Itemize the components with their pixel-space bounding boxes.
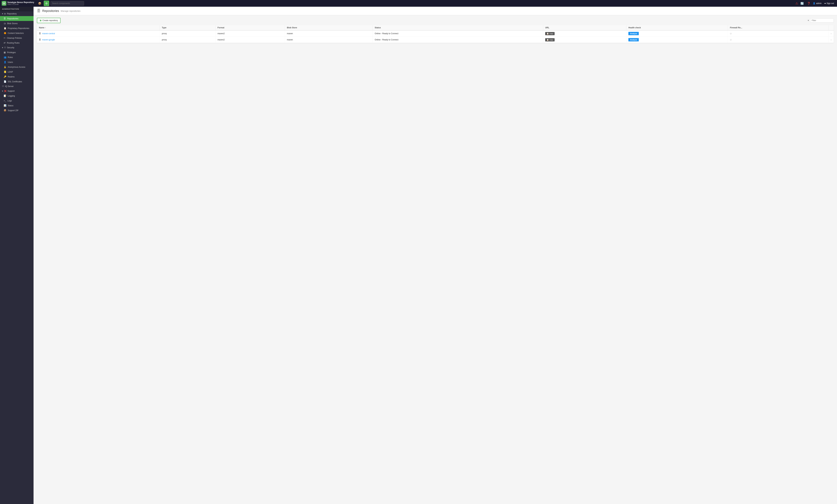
col-url[interactable]: URL [543, 25, 626, 30]
cell-format-1: maven2 [215, 30, 285, 37]
users-icon: 👤 [4, 61, 6, 64]
cell-format-2: maven2 [215, 37, 285, 43]
browse-button[interactable]: 📦 [37, 1, 42, 6]
sidebar-item-realms-label: Realms [8, 76, 15, 78]
repo-name-1[interactable]: maven-central [42, 32, 55, 35]
create-button-label: Create repository [42, 19, 58, 22]
sidebar-item-roles[interactable]: 👥 Roles [0, 55, 34, 60]
sidebar-item-support-zip-label: Support ZIP [8, 109, 18, 112]
sidebar-item-cleanup-policies[interactable]: ✂ Cleanup Policies [0, 36, 34, 40]
page-header-icon: 🗄 [37, 9, 40, 13]
sidebar-item-anonymous-label: Anonymous Access [8, 66, 25, 68]
create-repository-button[interactable]: ⊕ Create repository [37, 18, 60, 23]
sidebar-item-status[interactable]: 📊 Status [0, 103, 34, 108]
sidebar-item-privileges[interactable]: ▦ Privileges [0, 50, 34, 55]
sidebar-item-support-zip[interactable]: 📦 Support ZIP [0, 108, 34, 113]
copy-url-button-2[interactable]: 📋 copy [545, 38, 555, 41]
brand-version: OSS 3.72.0-04 [7, 3, 34, 5]
copy-url-button-1[interactable]: 📋 copy [545, 32, 555, 35]
cell-firewall-2: ⊘ [728, 37, 829, 43]
sidebar-item-repositories[interactable]: 🗄 Repositories [0, 16, 34, 21]
table-header: Name ↑ Type Format Blob Store Status [37, 25, 834, 30]
row-expand-icon-1[interactable]: › [831, 32, 832, 35]
sidebar-item-privileges-label: Privileges [7, 51, 16, 54]
firewall-disabled-icon-1: ⊘ [730, 32, 732, 35]
toolbar: ⊕ Create repository ▼ [37, 18, 834, 23]
proprietary-icon: 📋 [4, 27, 6, 30]
cell-health-1: Analyze [626, 30, 728, 37]
sidebar-item-logs[interactable]: >_ Logs [0, 98, 34, 103]
privileges-icon: ▦ [4, 51, 6, 54]
brand-logo [2, 1, 6, 6]
cell-name-1: 🗄 maven-central [37, 30, 160, 37]
routing-icon: ⇄ [4, 41, 5, 44]
refresh-button[interactable]: 🔄 [799, 1, 805, 6]
cleanup-icon: ✂ [4, 37, 5, 39]
sidebar-item-proprietary-label: Proprietary Repositories [8, 27, 29, 30]
sidebar-item-users[interactable]: 👤 Users [0, 60, 34, 65]
sidebar-item-routing-rules[interactable]: ⇄ Routing Rules [0, 40, 34, 45]
filter-input[interactable] [810, 18, 834, 22]
signout-button[interactable]: ➡ Sign out [823, 1, 835, 6]
sidebar-item-status-label: Status [8, 105, 13, 107]
sidebar-item-logs-label: Logs [7, 100, 12, 102]
support-zip-icon: 📦 [4, 109, 6, 112]
cell-url-2: 📋 copy [543, 37, 626, 43]
navbar: Sonatype Nexus Repository OSS 3.72.0-04 … [0, 0, 837, 7]
status-icon: 📊 [4, 104, 6, 107]
cell-name-2: 🗄 maven-google [37, 37, 160, 43]
chevron-security-icon: ▾ [2, 47, 3, 49]
sidebar-item-content-selectors[interactable]: 🔶 Content Selectors [0, 31, 34, 36]
sidebar-item-ssl-certificates[interactable]: 📄 SSL Certificates [0, 79, 34, 84]
roles-icon: 👥 [4, 56, 6, 58]
sidebar-item-content-selectors-label: Content Selectors [8, 32, 24, 34]
sidebar: Administration ▾ 🗁 Repository 🗄 Reposito… [0, 7, 34, 504]
sidebar-item-ldap[interactable]: 📒 LDAP [0, 69, 34, 74]
signout-icon: ➡ [824, 2, 826, 4]
col-type[interactable]: Type [160, 25, 215, 30]
sidebar-item-logging[interactable]: 📝 Logging [0, 93, 34, 98]
sidebar-section-repository[interactable]: ▾ 🗁 Repository [0, 12, 34, 16]
sidebar-section-iq-server[interactable]: 🛡 IQ Server [0, 84, 34, 89]
chevron-down-icon: ▾ [2, 13, 3, 15]
sidebar-item-logging-label: Logging [8, 95, 15, 97]
security-shield-icon: 🛡 [4, 47, 6, 49]
sidebar-item-repositories-label: Repositories [7, 17, 18, 20]
sidebar-section-security[interactable]: ▾ 🛡 Security [0, 45, 34, 50]
search-input[interactable] [51, 1, 84, 5]
col-blob-store[interactable]: Blob Store [285, 25, 372, 30]
sidebar-item-realms[interactable]: 🔑 Realms [0, 74, 34, 79]
user-icon: 👤 [813, 2, 815, 4]
brand-text: Sonatype Nexus Repository OSS 3.72.0-04 [7, 1, 34, 5]
col-status[interactable]: Status [373, 25, 543, 30]
col-actions [829, 25, 834, 30]
sidebar-section-support[interactable]: ▾ ❌ Support [0, 89, 34, 93]
repository-folder-icon: 🗁 [4, 13, 6, 15]
analyze-button-1[interactable]: Analyze [628, 32, 639, 35]
blob-stores-icon: 🗂 [4, 22, 6, 25]
security-section-label: Security [7, 47, 14, 49]
sidebar-item-anonymous-access[interactable]: 🔓 Anonymous Access [0, 65, 34, 69]
analyze-button-2[interactable]: Analyze [628, 38, 639, 41]
settings-button[interactable]: ⚙ [44, 1, 49, 6]
row-expand-icon-2[interactable]: › [831, 38, 832, 41]
help-button[interactable]: ❓ [806, 1, 812, 6]
support-section-label: Support [7, 90, 15, 92]
copy-icon-2: 📋 [547, 39, 549, 41]
ldap-icon: 📒 [4, 71, 6, 73]
alert-icon[interactable]: ⚠ [796, 1, 798, 5]
repo-name-2[interactable]: maven-google [42, 39, 55, 41]
help-icon: ❓ [807, 2, 811, 5]
col-health-check[interactable]: Health check [626, 25, 728, 30]
col-format[interactable]: Format [215, 25, 285, 30]
table-row: 🗄 maven-central proxy maven2 maven Onlin… [37, 30, 834, 37]
user-menu[interactable]: 👤 admin [813, 2, 822, 4]
table-row: 🗄 maven-google proxy maven2 maven Online… [37, 37, 834, 43]
col-name[interactable]: Name ↑ [37, 25, 160, 30]
sidebar-item-blob-stores[interactable]: 🗂 Blob Stores [0, 21, 34, 26]
col-firewall[interactable]: Firewall Re... [728, 25, 829, 30]
cell-type-2: proxy [160, 37, 215, 43]
firewall-disabled-icon-2: ⊘ [730, 38, 732, 41]
cell-status-1: Online - Ready to Connect [373, 30, 543, 37]
sidebar-item-proprietary-repositories[interactable]: 📋 Proprietary Repositories [0, 26, 34, 31]
